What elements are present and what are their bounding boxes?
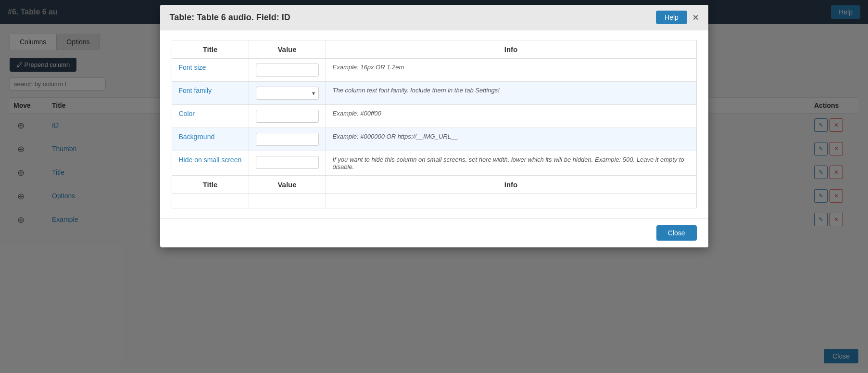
font-family-select-wrap: ▾ [256,87,319,100]
prop-label-font-size: Font size [172,59,249,82]
col-header-info: Info [326,40,696,59]
second-col-header-value: Value [249,176,326,194]
prop-value-background [249,128,326,151]
col-header-title: Title [172,40,249,59]
modal-help-button[interactable]: Help [656,11,687,24]
font-size-input[interactable] [256,64,319,77]
prop-info-font-family: The column text font family. Include the… [326,82,696,105]
prop-value-font-family: ▾ [249,82,326,105]
prop-row-font-size: Font size Example: 16px OR 1.2em [172,59,696,82]
prop-label-font-family: Font family [172,82,249,105]
prop-label-hide-small: Hide on small screen [172,151,249,176]
modal-body: Title Value Info Font size Example: 16px… [160,30,708,218]
hide-small-input[interactable] [256,156,319,169]
prop-info-color: Example: #00ff00 [326,105,696,128]
modal-dialog: Table: Table 6 audio. Field: ID Help × T… [160,5,708,247]
modal-close-button[interactable]: Close [656,225,697,241]
prop-row-font-family: Font family ▾ The column text font famil… [172,82,696,105]
prop-info-font-size: Example: 16px OR 1.2em [326,59,696,82]
modal-overlay: Table: Table 6 audio. Field: ID Help × T… [0,0,868,373]
prop-info-background: Example: #000000 OR https://__IMG_URL__ [326,128,696,151]
prop-label-background: Background [172,128,249,151]
font-family-select[interactable] [256,87,319,100]
prop-row-hide-small: Hide on small screen If you want to hide… [172,151,696,176]
second-col-header-info: Info [326,176,696,194]
modal-header-actions: Help × [656,11,698,24]
background-input[interactable] [256,133,319,146]
second-col-header-title: Title [172,176,249,194]
color-input[interactable] [256,110,319,123]
prop-row-background: Background Example: #000000 OR https://_… [172,128,696,151]
col-header-value: Value [249,40,326,59]
prop-value-color [249,105,326,128]
prop-label-color: Color [172,105,249,128]
prop-value-hide-small [249,151,326,176]
second-header-row: Title Value Info [172,176,696,194]
modal-footer: Close [160,218,708,247]
prop-row-color: Color Example: #00ff00 [172,105,696,128]
modal-close-x-button[interactable]: × [693,12,699,23]
modal-header: Table: Table 6 audio. Field: ID Help × [160,5,708,30]
modal-title: Table: Table 6 audio. Field: ID [170,13,290,23]
prop-value-font-size [249,59,326,82]
prop-info-hide-small: If you want to hide this column on small… [326,151,696,176]
properties-table: Title Value Info Font size Example: 16px… [172,40,697,208]
empty-row [172,194,696,208]
